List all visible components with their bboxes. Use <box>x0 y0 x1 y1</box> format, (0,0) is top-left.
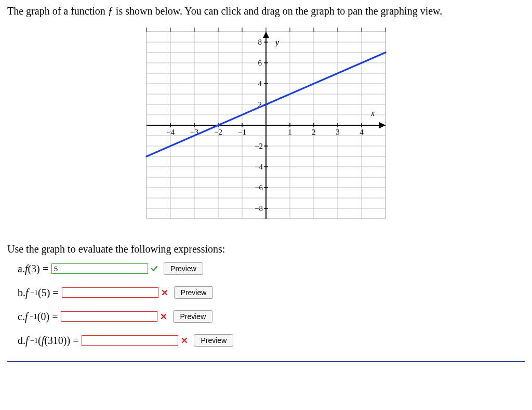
question-c-label: c. f −1(0) = <box>18 311 58 323</box>
svg-text:−6: −6 <box>255 183 263 192</box>
prompt-text-1: The graph of a function ƒ is shown below… <box>7 5 525 17</box>
preview-button-b[interactable]: Preview <box>174 286 214 299</box>
answer-input-a[interactable] <box>51 263 148 274</box>
svg-text:3: 3 <box>336 128 340 136</box>
question-d-label: d. f −1(f(310)) = <box>18 335 78 347</box>
svg-text:1: 1 <box>288 128 292 136</box>
svg-text:−4: −4 <box>255 163 263 171</box>
svg-text:6: 6 <box>258 59 262 67</box>
question-row-c: c. f −1(0) = Preview <box>7 310 525 323</box>
answer-input-b[interactable] <box>62 287 158 298</box>
answer-input-d[interactable] <box>82 335 178 346</box>
answer-input-c[interactable] <box>61 311 157 322</box>
svg-text:−2: −2 <box>255 142 263 150</box>
incorrect-icon <box>161 288 169 297</box>
question-row-a: a. f(3) = Preview <box>7 262 525 275</box>
question-row-d: d. f −1(f(310)) = Preview <box>7 334 525 347</box>
svg-text:2: 2 <box>312 128 316 136</box>
svg-text:y: y <box>274 38 280 47</box>
footer-divider <box>7 361 525 362</box>
svg-text:−4: −4 <box>166 128 175 136</box>
svg-text:−2: −2 <box>214 128 222 136</box>
incorrect-icon <box>159 312 168 321</box>
svg-text:4: 4 <box>360 128 364 136</box>
prompt-text-2: Use the graph to evaluate the following … <box>7 243 525 255</box>
preview-button-a[interactable]: Preview <box>164 262 203 275</box>
question-b-label: b. f −1(5) = <box>18 287 59 299</box>
svg-text:x: x <box>370 109 375 117</box>
svg-text:8: 8 <box>258 38 262 46</box>
preview-button-c[interactable]: Preview <box>173 310 212 323</box>
question-a-label: a. f(3) = <box>18 263 48 275</box>
question-row-b: b. f −1(5) = Preview <box>7 286 525 299</box>
preview-button-d[interactable]: Preview <box>194 334 233 347</box>
function-graph[interactable]: −4−3−2−112342468−2−4−6−8xy <box>131 21 401 229</box>
incorrect-icon <box>180 336 189 345</box>
svg-text:−8: −8 <box>255 204 263 213</box>
graph-container: −4−3−2−112342468−2−4−6−8xy <box>7 21 525 232</box>
correct-icon <box>150 264 158 273</box>
svg-text:4: 4 <box>258 80 262 88</box>
svg-text:−1: −1 <box>238 128 246 136</box>
